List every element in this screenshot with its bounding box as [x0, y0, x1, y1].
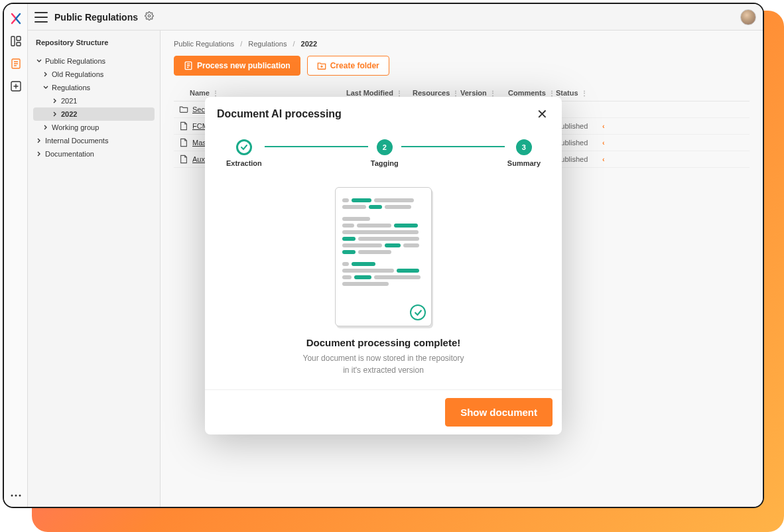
close-icon[interactable]: ✕: [534, 106, 550, 122]
step-done-icon: [236, 139, 252, 155]
step-label: Summary: [507, 159, 541, 167]
step-extraction: Extraction: [226, 139, 262, 167]
show-document-button[interactable]: Show document: [445, 398, 553, 427]
stepper: Extraction 2 Tagging 3 Summary: [205, 127, 562, 174]
button-label: Show document: [460, 407, 537, 418]
modal-title: Document AI processing: [217, 108, 342, 120]
complete-title: Document processing complete!: [205, 337, 562, 348]
processing-modal: Document AI processing ✕ Extraction 2 Ta…: [205, 97, 562, 434]
step-tagging: 2 Tagging: [371, 139, 399, 167]
document-illustration: [205, 174, 562, 337]
modal-overlay: Document AI processing ✕ Extraction 2 Ta…: [4, 4, 763, 507]
step-label: Tagging: [371, 159, 399, 167]
step-number: 2: [377, 139, 393, 155]
step-label: Extraction: [226, 159, 262, 167]
step-summary: 3 Summary: [507, 139, 541, 167]
step-number: 3: [516, 139, 532, 155]
complete-subtitle: Your document is now stored in the repos…: [205, 352, 562, 389]
check-icon: [410, 304, 426, 320]
